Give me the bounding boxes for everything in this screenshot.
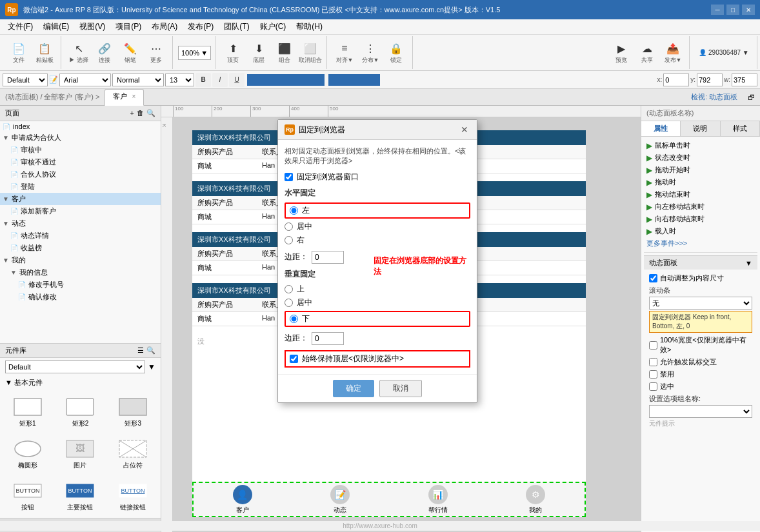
h-radio-left[interactable]: 左 bbox=[285, 202, 470, 219]
top-page-button[interactable]: ⬆ 顶页 bbox=[221, 38, 245, 68]
tree-item-dynamic[interactable]: ▼ 动态 bbox=[0, 217, 161, 230]
close-button[interactable]: ✕ bbox=[742, 5, 755, 15]
nav-market[interactable]: 📊 帮行情 bbox=[428, 485, 448, 515]
menu-edit[interactable]: 编辑(E) bbox=[38, 20, 74, 34]
width100-checkbox[interactable] bbox=[649, 341, 657, 350]
group-button[interactable]: ⬛ 组合 bbox=[272, 38, 297, 68]
shape-rect2[interactable]: 矩形2 bbox=[55, 392, 106, 431]
shape-image[interactable]: 🖼 图片 bbox=[55, 434, 106, 473]
user-button[interactable]: 👤 290306487 ▼ bbox=[695, 38, 753, 68]
lock-button[interactable]: 🔒 锁定 bbox=[384, 38, 408, 68]
preview-button[interactable]: ▶ 预览 bbox=[609, 38, 634, 68]
nav-mine[interactable]: ⚙ 我的 bbox=[526, 485, 545, 515]
font-size-select[interactable]: 13 bbox=[165, 74, 194, 86]
font-family-select[interactable]: Arial bbox=[59, 74, 111, 86]
event-load[interactable]: ▶ 载入时 bbox=[644, 225, 757, 237]
connect-button[interactable]: 🔗 连接 bbox=[92, 38, 117, 68]
tab-properties[interactable]: 属性 bbox=[641, 121, 681, 136]
event-move-left-end[interactable]: ▶ 向左移动结束时 bbox=[644, 201, 757, 213]
shape-primary-button[interactable]: BUTTON 主要按钮 bbox=[55, 476, 106, 515]
disabled-checkbox[interactable] bbox=[649, 370, 657, 379]
share-button[interactable]: ☁ 共享 bbox=[635, 38, 659, 68]
option-group-select[interactable] bbox=[649, 405, 752, 418]
y-input[interactable] bbox=[697, 74, 723, 86]
tree-item-add-customer[interactable]: 📄 添加新客户 bbox=[0, 205, 161, 217]
pen-button[interactable]: ✏️ 钢笔 bbox=[118, 38, 143, 68]
minimize-button[interactable]: ─ bbox=[711, 5, 724, 15]
library-select[interactable]: Default bbox=[5, 360, 145, 373]
keep-top-checkbox[interactable] bbox=[290, 355, 298, 363]
menu-project[interactable]: 项目(P) bbox=[110, 20, 146, 34]
publish-button[interactable]: 📤 发布▼ bbox=[661, 38, 685, 68]
search-icon[interactable]: 🔍 bbox=[146, 109, 155, 117]
selected-row[interactable]: 选中 bbox=[649, 380, 752, 393]
h-radio-center[interactable]: 居中 bbox=[285, 221, 470, 232]
modal-ok-button[interactable]: 确定 bbox=[333, 380, 374, 397]
delete-page-icon[interactable]: 🗑 bbox=[137, 109, 144, 117]
select-button[interactable]: ↖ ▶ 选择 bbox=[66, 38, 91, 68]
selected-checkbox[interactable] bbox=[649, 382, 657, 391]
event-state-change[interactable]: ▶ 状态改变时 bbox=[644, 152, 757, 164]
default-select[interactable]: Default bbox=[3, 74, 48, 86]
scroll-select[interactable]: 无 bbox=[649, 297, 752, 310]
tab-customer[interactable]: 客户 × bbox=[105, 89, 144, 106]
new-button[interactable]: 📄 文件 bbox=[6, 38, 31, 68]
align-button[interactable]: ≡ 对齐▼ bbox=[332, 38, 357, 68]
italic-button[interactable]: I bbox=[212, 73, 228, 87]
tab-style[interactable]: 样式 bbox=[721, 121, 760, 136]
event-drag-end[interactable]: ▶ 拖动结束时 bbox=[644, 188, 757, 201]
v-margin-input[interactable] bbox=[312, 332, 344, 345]
pin-to-browser-value[interactable]: 固定到浏览器 Keep in front, Bottom, 左, 0 bbox=[649, 311, 752, 333]
tree-item-index[interactable]: 📄 index bbox=[0, 121, 161, 132]
shape-rect3[interactable]: 矩形3 bbox=[108, 392, 158, 431]
shape-rect1[interactable]: 矩形1 bbox=[3, 392, 53, 431]
underline-button[interactable]: U bbox=[229, 73, 245, 87]
menu-team[interactable]: 团队(T) bbox=[219, 20, 254, 34]
v-radio-center[interactable]: 居中 bbox=[285, 297, 470, 308]
h-radio-right-input[interactable] bbox=[285, 236, 293, 244]
paste-button[interactable]: 📋 粘贴板 bbox=[32, 38, 57, 68]
bold-button[interactable]: B bbox=[195, 73, 211, 87]
more-events-link[interactable]: 更多事件>>> bbox=[644, 237, 757, 250]
maximize-button[interactable]: □ bbox=[726, 5, 739, 15]
tab-close-icon[interactable]: × bbox=[132, 93, 135, 100]
bottom-layer-button[interactable]: ⬇ 底层 bbox=[246, 38, 271, 68]
tree-item-agreement[interactable]: 📄 合伙人协议 bbox=[0, 168, 161, 181]
tab-description[interactable]: 说明 bbox=[681, 121, 720, 136]
tree-item-login[interactable]: 📄 登陆 bbox=[0, 181, 161, 193]
v-radio-top[interactable]: 上 bbox=[285, 284, 470, 295]
tree-item-my-info[interactable]: ▼ 我的信息 bbox=[0, 266, 161, 279]
menu-help[interactable]: 帮助(H) bbox=[291, 20, 328, 34]
nav-dynamic[interactable]: 📝 动态 bbox=[330, 485, 350, 515]
dynamic-panel-section-header[interactable]: 动态面板 ▼ bbox=[644, 255, 757, 270]
disabled-row[interactable]: 禁用 bbox=[649, 368, 752, 380]
tree-item-review-fail[interactable]: 📄 审核不通过 bbox=[0, 156, 161, 168]
ungroup-button[interactable]: ⬜ 取消组合 bbox=[298, 38, 323, 68]
w-input[interactable] bbox=[732, 74, 757, 86]
modal-close-button[interactable]: ✕ bbox=[459, 124, 470, 135]
add-page-icon[interactable]: + bbox=[130, 109, 134, 117]
tree-item-dynamic-detail[interactable]: 📄 动态详情 bbox=[0, 230, 161, 242]
h-radio-center-input[interactable] bbox=[285, 222, 293, 231]
h-margin-input[interactable] bbox=[312, 251, 344, 264]
tree-item-change-phone[interactable]: 📄 修改手机号 bbox=[0, 279, 161, 291]
allow-touch-checkbox[interactable] bbox=[649, 358, 657, 366]
tree-item-review[interactable]: 📄 审核中 bbox=[0, 144, 161, 156]
event-mouse-click[interactable]: ▶ 鼠标单击时 bbox=[644, 139, 757, 152]
component-search-icon[interactable]: 🔍 bbox=[146, 346, 155, 355]
h-radio-left-input[interactable] bbox=[290, 206, 298, 215]
tree-item-partner[interactable]: ▼ 申请成为合伙人 bbox=[0, 132, 161, 144]
shape-button[interactable]: BUTTON 按钮 bbox=[3, 476, 53, 515]
tree-item-income[interactable]: 📄 收益榜 bbox=[0, 242, 161, 254]
menu-layout[interactable]: 布局(A) bbox=[146, 20, 183, 34]
auto-adjust-row[interactable]: 自动调整为内容尺寸 bbox=[649, 272, 752, 284]
v-radio-bottom[interactable]: 下 bbox=[285, 311, 470, 327]
shape-link-button[interactable]: BUTTON 链接按钮 bbox=[108, 476, 158, 515]
zoom-control[interactable]: Normal 100% ▼ bbox=[178, 46, 211, 60]
v-radio-bottom-input[interactable] bbox=[290, 315, 298, 323]
v-radio-top-input[interactable] bbox=[285, 285, 293, 293]
menu-account[interactable]: 账户(C) bbox=[255, 20, 292, 34]
x-input[interactable] bbox=[663, 74, 689, 86]
tree-item-mine[interactable]: ▼ 我的 bbox=[0, 254, 161, 266]
tree-item-customer[interactable]: ▼ 客户 bbox=[0, 193, 161, 205]
